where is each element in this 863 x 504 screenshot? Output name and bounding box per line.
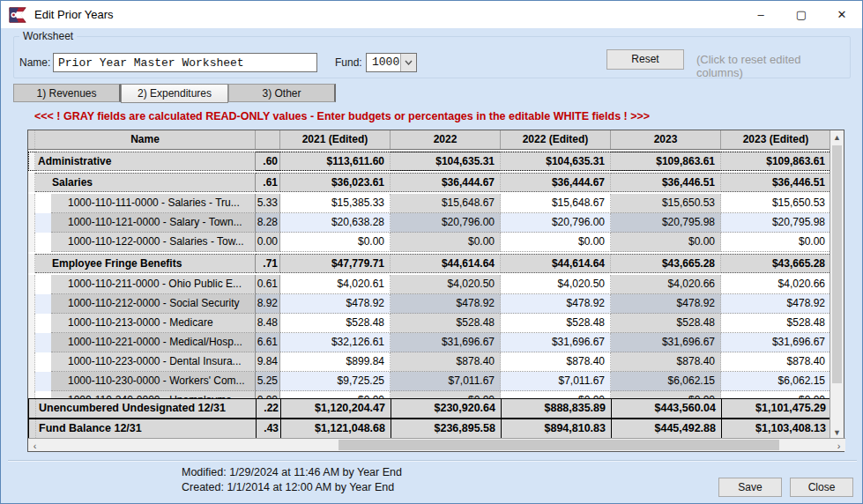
table-row[interactable]: Employee Fringe Benefits.71$47,779.71$44…: [28, 254, 844, 273]
scroll-left-icon[interactable]: ‹: [28, 439, 41, 452]
editable-value-cell[interactable]: $36,023.61: [280, 173, 391, 192]
table-row[interactable]: Salaries.61$36,023.61$36,444.67$36,444.6…: [28, 173, 844, 192]
table-row[interactable]: 1000-110-230-0000 - Workers' Com...5.25$…: [28, 372, 844, 391]
row-name-cell[interactable]: 1000-110-223-0000 - Dental Insura...: [51, 352, 256, 372]
editable-value-cell[interactable]: $9,725.25: [280, 372, 391, 391]
worksheet-groupbox: Worksheet Name: Fund: 1000 Reset (Click …: [13, 36, 851, 78]
column-header-2022[interactable]: 2022: [391, 130, 501, 149]
table-row[interactable]: Administrative.60$113,611.60$104,635.31$…: [28, 152, 844, 171]
table-row[interactable]: 1000-110-212-0000 - Social Security8.92$…: [28, 294, 844, 314]
editable-value-cell[interactable]: $4,020.66: [721, 275, 831, 294]
close-button[interactable]: ✕: [822, 1, 862, 28]
reset-button[interactable]: Reset: [606, 49, 684, 70]
table-row[interactable]: 1000-110-221-0000 - Medical/Hosp...6.61$…: [28, 333, 844, 352]
tree-gutter: [28, 173, 35, 192]
editable-value-cell[interactable]: $0.00: [280, 233, 391, 252]
row-name-cell[interactable]: 1000-110-211-0000 - Ohio Public E...: [51, 275, 256, 294]
row-name-cell[interactable]: 1000-110-111-0000 - Salaries - Tru...: [51, 194, 256, 213]
editable-value-cell[interactable]: $32,126.61: [280, 333, 391, 352]
tab----revenues[interactable]: 1) Revenues: [13, 84, 121, 102]
editable-value-cell[interactable]: $7,011.67: [501, 372, 611, 391]
row-name-cell[interactable]: 1000-110-213-0000 - Medicare: [51, 314, 256, 333]
editable-value-cell[interactable]: $31,696.67: [721, 333, 831, 352]
editable-value-cell[interactable]: $47,779.71: [280, 254, 391, 273]
row-name-cell[interactable]: Salaries: [35, 173, 256, 192]
column-header-2021--edited-[interactable]: 2021 (Edited): [280, 130, 391, 149]
column-header-partial[interactable]: [256, 130, 280, 149]
editable-value-cell[interactable]: $878.40: [721, 352, 831, 372]
vertical-scrollbar[interactable]: ▲ ▼: [830, 130, 844, 439]
column-header-2023[interactable]: 2023: [611, 130, 721, 149]
table-row[interactable]: 1000-110-111-0000 - Salaries - Tru...5.3…: [28, 194, 844, 213]
row-name-cell[interactable]: 1000-110-230-0000 - Workers' Com...: [51, 372, 256, 391]
editable-value-cell[interactable]: $104,635.31: [501, 152, 611, 171]
summary-value-cell: $230,920.64: [391, 399, 502, 418]
editable-value-cell[interactable]: $20,796.00: [501, 213, 611, 233]
fund-selected-value: 1000: [367, 54, 400, 71]
editable-value-cell[interactable]: $528.48: [280, 314, 391, 333]
editable-value-cell[interactable]: $899.84: [280, 352, 391, 372]
editable-value-cell[interactable]: $20,638.28: [280, 213, 391, 233]
editable-value-cell[interactable]: $43,665.28: [721, 254, 831, 273]
editable-value-cell[interactable]: $478.92: [501, 294, 611, 314]
row-name-cell[interactable]: Employee Fringe Benefits: [35, 254, 256, 273]
worksheet-group-label: Worksheet: [19, 30, 77, 42]
chevron-down-icon[interactable]: [400, 54, 416, 71]
editable-value-cell[interactable]: $0.00: [721, 233, 831, 252]
column-header-2023--edited-[interactable]: 2023 (Edited): [721, 130, 831, 149]
editable-value-cell[interactable]: $15,385.33: [280, 194, 391, 213]
editable-value-cell[interactable]: $113,611.60: [280, 152, 391, 171]
column-header-2022--edited-[interactable]: 2022 (Edited): [501, 130, 611, 149]
tab----expenditures[interactable]: 2) Expenditures: [121, 84, 228, 103]
tree-gutter: [28, 352, 35, 372]
editable-value-cell[interactable]: $478.92: [721, 294, 831, 314]
editable-value-cell[interactable]: $878.40: [501, 352, 611, 372]
worksheet-name-input[interactable]: [53, 53, 317, 72]
editable-value-cell[interactable]: $478.92: [280, 294, 391, 314]
row-name-cell[interactable]: 1000-110-122-0000 - Salaries - Tow...: [51, 233, 256, 252]
partial-year-cell: 9.84: [256, 352, 280, 372]
save-button[interactable]: Save: [718, 478, 782, 497]
table-row[interactable]: 1000-110-211-0000 - Ohio Public E...0.61…: [28, 275, 844, 294]
horizontal-scrollbar[interactable]: ‹ ›: [28, 438, 845, 451]
column-header-name[interactable]: Name: [35, 130, 256, 149]
vertical-scroll-thumb[interactable]: [832, 145, 842, 383]
table-row[interactable]: 1000-110-122-0000 - Salaries - Tow...0.0…: [28, 233, 844, 252]
table-row[interactable]: 1000-110-121-0000 - Salary - Town...8.28…: [28, 213, 844, 233]
editable-value-cell[interactable]: $109,863.61: [721, 152, 831, 171]
scroll-right-icon[interactable]: ›: [832, 439, 845, 452]
maximize-button[interactable]: ▢: [781, 1, 822, 28]
prior-years-grid: Name2021 (Edited)20222022 (Edited)202320…: [27, 130, 844, 452]
partial-year-cell: .71: [256, 254, 280, 273]
editable-value-cell[interactable]: $15,648.67: [501, 194, 611, 213]
tab----other[interactable]: 3) Other: [228, 84, 336, 102]
scroll-down-icon[interactable]: ▼: [830, 426, 844, 439]
editable-value-cell[interactable]: $4,020.61: [280, 275, 391, 294]
close-dialog-button[interactable]: Close: [790, 478, 853, 497]
editable-value-cell[interactable]: $31,696.67: [501, 333, 611, 352]
editable-value-cell[interactable]: $44,614.64: [501, 254, 611, 273]
editable-value-cell[interactable]: $0.00: [501, 233, 611, 252]
editable-value-cell[interactable]: $36,444.67: [501, 173, 611, 192]
summary-value-cell: $236,895.58: [391, 419, 502, 438]
tree-gutter: [28, 372, 35, 391]
row-name-cell[interactable]: 1000-110-212-0000 - Social Security: [51, 294, 256, 314]
row-name-cell[interactable]: 1000-110-121-0000 - Salary - Town...: [51, 213, 256, 233]
horizontal-scroll-thumb[interactable]: [339, 440, 779, 450]
editable-value-cell[interactable]: $15,650.53: [721, 194, 831, 213]
minimize-button[interactable]: –: [740, 1, 781, 28]
editable-value-cell[interactable]: $36,446.51: [721, 173, 831, 192]
table-row[interactable]: 1000-110-213-0000 - Medicare8.48$528.48$…: [28, 314, 844, 333]
editable-value-cell[interactable]: $4,020.50: [501, 275, 611, 294]
row-name-cell[interactable]: Administrative: [35, 152, 256, 171]
editable-value-cell[interactable]: $20,795.98: [721, 213, 831, 233]
editable-value-cell[interactable]: $528.48: [721, 314, 831, 333]
calculated-value-cell: $36,446.51: [611, 173, 721, 192]
table-row[interactable]: 1000-110-223-0000 - Dental Insura...9.84…: [28, 352, 844, 372]
fund-dropdown[interactable]: 1000: [366, 53, 417, 72]
editable-value-cell[interactable]: $6,062.15: [721, 372, 831, 391]
calculated-value-cell: $15,648.67: [391, 194, 501, 213]
row-name-cell[interactable]: 1000-110-221-0000 - Medical/Hosp...: [51, 333, 256, 352]
editable-value-cell[interactable]: $528.48: [501, 314, 611, 333]
scroll-up-icon[interactable]: ▲: [830, 130, 844, 144]
